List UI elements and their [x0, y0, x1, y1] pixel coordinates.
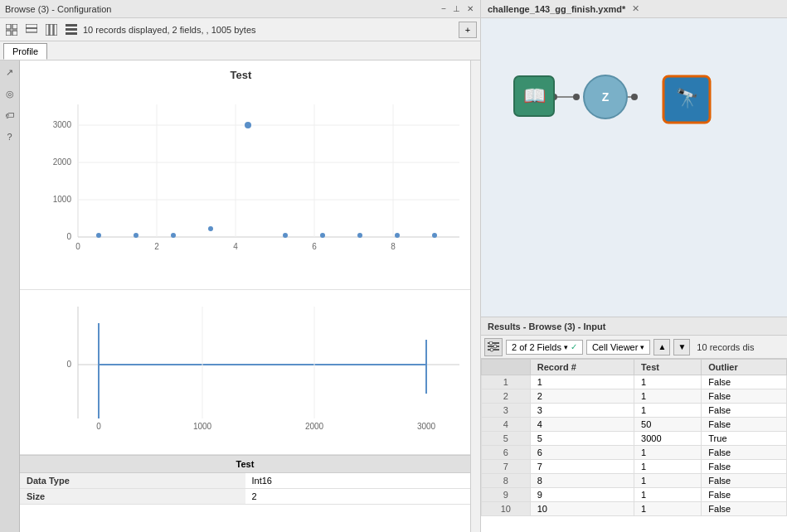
left-panel: Browse (3) - Configuration − ⊥ ✕ 10 reco…: [0, 0, 481, 532]
sort-asc-btn[interactable]: ▲: [653, 339, 670, 355]
records-info: 10 records displayed, 2 fields, , 1005 b…: [83, 25, 455, 35]
svg-text:1000: 1000: [193, 422, 212, 431]
stat-label-size: Size: [20, 489, 245, 505]
stats-panel: Test Data Type Int16 Size 2: [20, 455, 470, 505]
svg-text:Z: Z: [602, 90, 610, 104]
stats-title: Test: [20, 456, 470, 473]
results-panel: Results - Browse (3) - Input 2 of 2 Fiel…: [481, 317, 787, 532]
svg-text:0: 0: [96, 422, 101, 431]
workflow-title: challenge_143_gg_finish.yxmd*: [488, 4, 625, 14]
table-row: 771False: [482, 460, 787, 474]
stat-label-datatype: Data Type: [20, 473, 245, 489]
cell-test: 1: [634, 404, 702, 418]
cell-test: 3000: [634, 432, 702, 446]
fields-dropdown-btn[interactable]: 2 of 2 Fields ▾ ✓: [506, 340, 583, 355]
cell-outlier: True: [702, 432, 787, 446]
svg-rect-11: [66, 32, 77, 35]
cell-test: 1: [634, 446, 702, 460]
cell-outlier: False: [702, 404, 787, 418]
svg-rect-3: [12, 31, 17, 36]
row-number: 4: [482, 418, 531, 432]
table-view-icon[interactable]: [23, 22, 40, 38]
close-workflow-btn[interactable]: ✕: [632, 3, 639, 14]
help-icon[interactable]: ?: [2, 128, 18, 145]
cell-test: 1: [634, 389, 702, 404]
fields-dropdown-icon: ▾: [564, 343, 568, 351]
cell-outlier: False: [702, 474, 787, 488]
svg-text:6: 6: [312, 242, 317, 251]
svg-point-37: [357, 233, 362, 238]
arrow-icon[interactable]: ↗: [2, 64, 18, 80]
svg-text:2000: 2000: [53, 157, 72, 167]
table-row: 661False: [482, 446, 787, 460]
svg-rect-10: [66, 28, 77, 31]
browse-toolbar: 10 records displayed, 2 fields, , 1005 b…: [0, 18, 480, 41]
cell-test: 1: [634, 460, 702, 474]
table-row: 991False: [482, 488, 787, 502]
svg-point-69: [490, 348, 493, 351]
main-content: Test 0 1000 2000 3000 0: [20, 60, 470, 532]
svg-text:📖: 📖: [523, 85, 547, 107]
close-left-btn[interactable]: ✕: [465, 4, 475, 13]
svg-point-39: [432, 233, 437, 238]
svg-point-30: [96, 233, 101, 238]
svg-rect-8: [54, 24, 57, 36]
boxplot-chart-container: 0 0 1000 2000 3000: [20, 290, 470, 455]
svg-point-68: [493, 345, 497, 348]
circle-icon[interactable]: ◎: [2, 85, 18, 102]
row-number: 9: [482, 488, 531, 502]
svg-rect-1: [12, 24, 17, 29]
cell-record: 7: [530, 460, 634, 474]
grid-view-icon[interactable]: [3, 22, 20, 38]
stat-row-datatype: Data Type Int16: [20, 473, 470, 489]
chart-title: Test: [28, 69, 454, 81]
cell-record: 2: [530, 389, 634, 404]
row-number: 7: [482, 460, 531, 474]
pin-btn[interactable]: ⊥: [451, 4, 462, 13]
svg-point-38: [395, 233, 400, 238]
fields-count: 2 of 2 Fields: [512, 342, 561, 352]
cell-test: 1: [634, 375, 702, 389]
svg-text:3000: 3000: [53, 120, 72, 129]
sort-desc-btn[interactable]: ▼: [673, 339, 690, 355]
table-row: 4450False: [482, 418, 787, 432]
config-icon[interactable]: [484, 338, 503, 356]
cell-outlier: False: [702, 375, 787, 389]
cell-record: 6: [530, 446, 634, 460]
svg-rect-4: [26, 24, 37, 28]
tag-icon[interactable]: 🏷: [2, 107, 18, 123]
cell-outlier: False: [702, 389, 787, 404]
data-table-wrap[interactable]: Record # Test Outlier 111False221False33…: [481, 359, 787, 532]
svg-text:4: 4: [233, 242, 238, 251]
right-titlebar: challenge_143_gg_finish.yxmd* ✕: [481, 0, 787, 18]
svg-rect-9: [66, 24, 77, 27]
row-number: 3: [482, 404, 531, 418]
minimize-btn[interactable]: −: [440, 4, 448, 13]
scatter-chart: 0 1000 2000 3000 0 2 4 6 8: [28, 88, 459, 278]
left-titlebar: Browse (3) - Configuration − ⊥ ✕: [0, 0, 480, 18]
row-num-header: [482, 360, 531, 375]
check-icon: ✓: [571, 342, 577, 351]
stat-row-size: Size 2: [20, 489, 470, 505]
svg-point-54: [573, 94, 580, 100]
svg-rect-5: [26, 28, 37, 32]
cell-record: 3: [530, 404, 634, 418]
expand-btn[interactable]: +: [459, 22, 477, 38]
svg-point-36: [320, 233, 325, 238]
table-row: 221False: [482, 389, 787, 404]
outlier-col-header: Outlier: [702, 360, 787, 375]
svg-text:3000: 3000: [417, 422, 436, 431]
svg-rect-6: [46, 24, 49, 36]
row-view-icon[interactable]: [63, 22, 80, 38]
svg-text:2000: 2000: [305, 422, 324, 431]
cell-outlier: False: [702, 446, 787, 460]
profile-tab[interactable]: Profile: [3, 43, 47, 60]
cell-viewer-btn[interactable]: Cell Viewer ▾: [586, 340, 650, 355]
left-scrollbar[interactable]: [470, 60, 480, 532]
svg-point-33: [208, 226, 213, 231]
svg-rect-0: [6, 24, 11, 29]
workflow-canvas: 📖 Z 🔭: [481, 18, 787, 317]
svg-point-35: [283, 233, 288, 238]
column-view-icon[interactable]: [43, 22, 60, 38]
charts-area: Test 0 1000 2000 3000 0: [20, 60, 470, 532]
